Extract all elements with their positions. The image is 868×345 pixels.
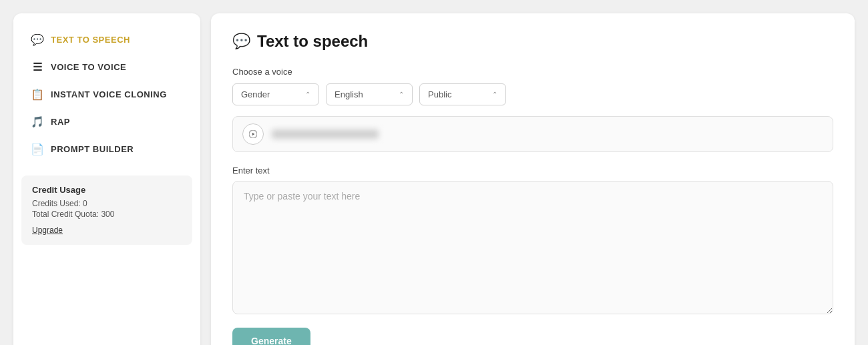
gender-filter-label: Gender <box>241 89 270 99</box>
voice-preview-row <box>232 116 833 152</box>
instant-voice-cloning-icon: 📋 <box>31 88 44 101</box>
voice-to-voice-icon: ☰ <box>31 61 44 73</box>
sidebar-item-label-text-to-speech: TEXT TO SPEECH <box>51 35 130 45</box>
sidebar: 💬TEXT TO SPEECH☰VOICE TO VOICE📋INSTANT V… <box>13 13 200 345</box>
enter-text-label: Enter text <box>232 165 833 176</box>
page-header-icon: 💬 <box>232 33 250 50</box>
visibility-filter-label: Public <box>428 89 451 99</box>
language-filter-chevron: ⌃ <box>399 91 404 98</box>
language-filter-label: English <box>335 89 363 99</box>
sidebar-item-label-voice-to-voice: VOICE TO VOICE <box>51 62 126 72</box>
visibility-filter-chevron: ⌃ <box>492 91 497 98</box>
page-header: 💬 Text to speech <box>232 32 833 51</box>
sidebar-item-label-prompt-builder: PROMPT BUILDER <box>51 144 134 154</box>
sidebar-item-text-to-speech[interactable]: 💬TEXT TO SPEECH <box>21 27 192 53</box>
upgrade-link[interactable]: Upgrade <box>32 226 63 235</box>
page-title: Text to speech <box>257 32 368 51</box>
voice-filters: Gender ⌃ English ⌃ Public ⌃ <box>232 83 833 105</box>
rap-icon: 🎵 <box>31 115 44 128</box>
sidebar-item-rap[interactable]: 🎵RAP <box>21 109 192 135</box>
visibility-filter[interactable]: Public ⌃ <box>419 83 506 105</box>
play-button[interactable] <box>242 123 264 145</box>
sidebar-item-prompt-builder[interactable]: 📄PROMPT BUILDER <box>21 136 192 162</box>
credit-box: Credit Usage Credits Used: 0 Total Credi… <box>21 176 192 245</box>
language-filter[interactable]: English ⌃ <box>326 83 413 105</box>
text-input[interactable] <box>232 181 833 314</box>
main-panel: 💬 Text to speech Choose a voice Gender ⌃… <box>211 13 855 345</box>
gender-filter-chevron: ⌃ <box>305 91 310 98</box>
text-to-speech-icon: 💬 <box>31 33 44 46</box>
sidebar-item-label-rap: RAP <box>51 117 70 127</box>
credits-used: Credits Used: 0 <box>32 199 182 208</box>
sidebar-item-label-instant-voice-cloning: INSTANT VOICE CLONING <box>51 89 167 99</box>
credit-box-title: Credit Usage <box>32 185 182 195</box>
sidebar-item-voice-to-voice[interactable]: ☰VOICE TO VOICE <box>21 54 192 80</box>
prompt-builder-icon: 📄 <box>31 143 44 155</box>
sidebar-item-instant-voice-cloning[interactable]: 📋INSTANT VOICE CLONING <box>21 81 192 107</box>
text-area-section: Enter text <box>232 165 833 317</box>
generate-button[interactable]: Generate <box>232 328 310 345</box>
total-quota: Total Credit Quota: 300 <box>32 210 182 219</box>
gender-filter[interactable]: Gender ⌃ <box>232 83 319 105</box>
app-layout: 💬TEXT TO SPEECH☰VOICE TO VOICE📋INSTANT V… <box>13 13 855 345</box>
voice-name-blurred <box>272 129 379 139</box>
choose-voice-label: Choose a voice <box>232 67 833 77</box>
